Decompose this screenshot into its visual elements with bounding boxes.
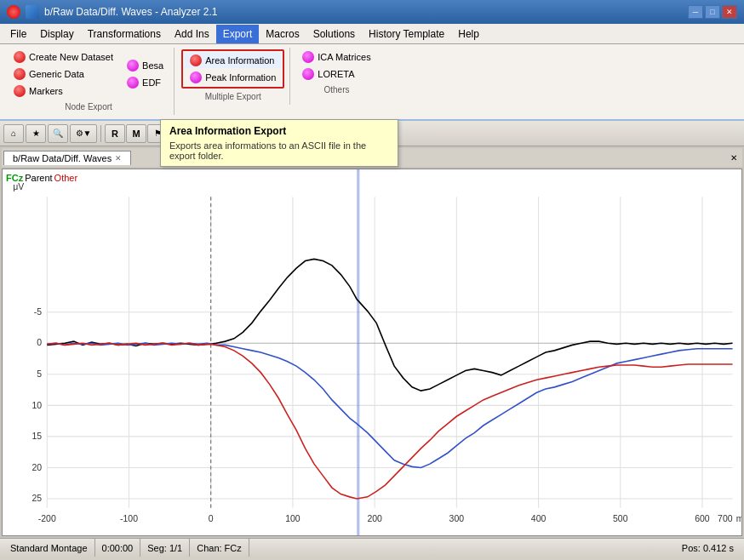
title-bar: b/Raw Data/Diff. Waves - Analyzer 2.1 ─ … [0, 0, 744, 24]
label-fcz: FCz [6, 173, 23, 183]
svg-rect-18 [357, 169, 359, 535]
svg-text:20: 20 [31, 462, 42, 472]
peak-info-icon [190, 71, 202, 83]
loreta-label: LORETA [318, 69, 354, 79]
tb-btn-search[interactable]: 🔍 [48, 124, 68, 143]
edf-button[interactable]: EDF [122, 75, 169, 90]
tb-btn-m[interactable]: M [126, 124, 146, 143]
svg-text:-5: -5 [34, 306, 42, 317]
edf-label: EDF [142, 77, 161, 88]
menu-addins[interactable]: Add Ins [168, 25, 216, 43]
chart-inner[interactable]: FCz Parent Other μV [2, 169, 742, 536]
tb-btn-home[interactable]: ⌂ [3, 124, 24, 143]
markers-icon [14, 85, 26, 97]
node-export-label: Node Export [65, 99, 112, 111]
svg-text:700: 700 [718, 513, 733, 523]
tb-btn-star[interactable]: ★ [26, 124, 46, 143]
svg-text:0: 0 [37, 337, 42, 347]
title-bar-title: b/Raw Data/Diff. Waves - Analyzer 2.1 [44, 6, 217, 18]
chart-tab[interactable]: b/Raw Data/Diff. Waves ✕ [3, 151, 131, 165]
ribbon-node-col1: Create New Dataset Generic Data Markers [9, 49, 118, 99]
svg-text:500: 500 [613, 513, 628, 523]
ribbon: Create New Dataset Generic Data Markers … [0, 44, 744, 121]
svg-rect-0 [3, 169, 741, 535]
svg-text:400: 400 [531, 513, 547, 523]
svg-text:5: 5 [37, 369, 42, 379]
besa-label: Besa [142, 60, 163, 71]
tooltip-box: Area Information Export Exports area inf… [160, 119, 398, 167]
create-new-dataset-button[interactable]: Create New Dataset [9, 49, 118, 65]
markers-label: Markers [29, 86, 63, 96]
ribbon-others-col: ICA Matrices LORETA [297, 49, 375, 82]
status-seg: Seg: 1/1 [140, 539, 190, 557]
svg-text:-100: -100 [120, 513, 138, 523]
waveform-svg: -5 0 5 10 15 20 25 -200 -100 0 100 200 3… [3, 169, 741, 535]
status-pos: Pos: 0.412 s [675, 539, 741, 557]
svg-text:-200: -200 [38, 513, 56, 523]
ribbon-group-multiple-export: Area Information Peak Information Multip… [176, 48, 290, 105]
menu-solutions[interactable]: Solutions [306, 25, 362, 43]
svg-text:300: 300 [449, 513, 465, 523]
menu-display[interactable]: Display [33, 25, 80, 43]
svg-text:0: 0 [209, 513, 214, 523]
loreta-icon [302, 68, 314, 80]
create-dataset-icon [14, 51, 26, 63]
ribbon-group-others: ICA Matrices LORETA Others [292, 48, 381, 98]
area-information-button[interactable]: Area Information [185, 53, 281, 68]
tb-btn-r[interactable]: R [105, 124, 125, 143]
menu-file[interactable]: File [3, 25, 33, 43]
chart-tab-label: b/Raw Data/Diff. Waves [13, 153, 112, 163]
label-other: Other [54, 173, 78, 183]
multiple-export-label: Multiple Export [205, 89, 261, 101]
tab-close-right[interactable]: ✕ [727, 153, 741, 163]
close-button[interactable]: ✕ [722, 5, 737, 19]
tooltip-text: Exports area informations to an ASCII fi… [169, 140, 389, 161]
peak-information-button[interactable]: Peak Information [185, 70, 281, 85]
channel-labels: FCz Parent Other [6, 173, 77, 183]
status-time: 0:00:00 [95, 539, 141, 557]
label-parent: Parent [25, 173, 52, 183]
ica-matrices-label: ICA Matrices [318, 52, 370, 62]
generic-data-label: Generic Data [29, 69, 84, 79]
app-icon2 [26, 5, 39, 19]
chart-tab-close[interactable]: ✕ [115, 154, 122, 163]
export-group-box: Area Information Peak Information [181, 49, 284, 89]
tooltip-title: Area Information Export [169, 125, 389, 137]
menu-history-template[interactable]: History Template [362, 25, 451, 43]
svg-text:600: 600 [695, 513, 710, 523]
svg-text:100: 100 [285, 513, 300, 523]
svg-text:25: 25 [31, 493, 42, 503]
app-icon [7, 5, 20, 19]
area-info-icon [190, 54, 202, 66]
menu-macros[interactable]: Macros [259, 25, 306, 43]
title-bar-left: b/Raw Data/Diff. Waves - Analyzer 2.1 [7, 5, 217, 19]
svg-text:ms: ms [736, 513, 742, 523]
tb-sep1 [100, 125, 101, 142]
ica-matrices-button[interactable]: ICA Matrices [297, 49, 375, 65]
title-bar-controls[interactable]: ─ □ ✕ [688, 5, 737, 19]
peak-information-label: Peak Information [205, 72, 276, 83]
generic-data-icon [14, 68, 26, 80]
edf-icon [127, 77, 139, 89]
area-information-label: Area Information [205, 55, 274, 66]
ribbon-node-col2: Besa EDF [122, 58, 169, 90]
svg-text:10: 10 [31, 399, 42, 409]
markers-button[interactable]: Markers [9, 83, 118, 99]
ribbon-node-items: Create New Dataset Generic Data Markers … [9, 49, 169, 99]
status-bar: Standard Montage 0:00:00 Seg: 1/1 Chan: … [0, 538, 744, 557]
maximize-button[interactable]: □ [705, 5, 720, 19]
menu-help[interactable]: Help [451, 25, 486, 43]
svg-text:200: 200 [367, 513, 382, 523]
create-dataset-label: Create New Dataset [29, 52, 113, 62]
besa-icon [127, 60, 139, 71]
chart-area: b/Raw Data/Diff. Waves ✕ ✕ FCz Parent Ot… [0, 146, 744, 538]
generic-data-button[interactable]: Generic Data [9, 66, 118, 82]
minimize-button[interactable]: ─ [688, 5, 703, 19]
others-label: Others [323, 82, 349, 94]
menu-transformations[interactable]: Transformations [81, 25, 168, 43]
tb-btn-settings[interactable]: ⚙▼ [70, 124, 97, 143]
besa-button[interactable]: Besa [122, 58, 169, 73]
menu-export[interactable]: Export [216, 25, 260, 43]
loreta-button[interactable]: LORETA [297, 66, 375, 82]
ribbon-group-node-export: Create New Dataset Generic Data Markers … [3, 48, 175, 115]
